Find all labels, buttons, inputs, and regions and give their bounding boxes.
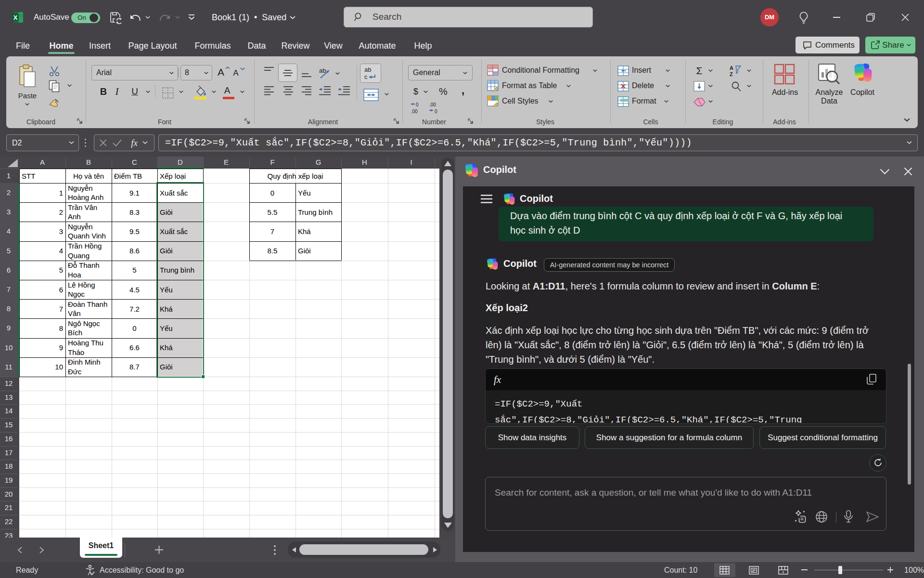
svg-text:ab: ab (364, 66, 371, 73)
svg-text:X: X (13, 14, 18, 21)
svg-text:A: A (730, 65, 733, 71)
svg-text:0: 0 (416, 102, 419, 107)
svg-text:.00: .00 (411, 109, 418, 114)
svg-text:.00: .00 (429, 102, 436, 107)
svg-text:Z: Z (730, 71, 733, 77)
svg-text:c: c (364, 73, 368, 80)
svg-text:0: 0 (435, 109, 437, 114)
svg-text:ab: ab (319, 67, 326, 74)
